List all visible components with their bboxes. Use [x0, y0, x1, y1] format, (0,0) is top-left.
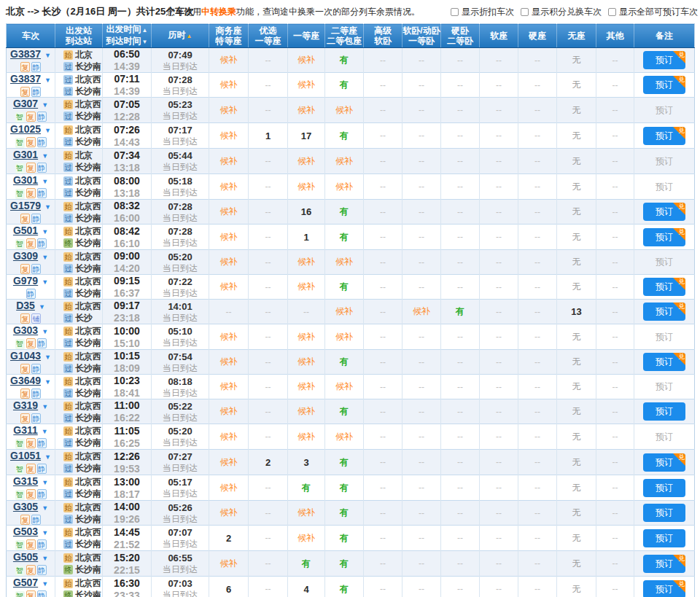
chevron-down-icon[interactable]: ▼	[44, 354, 51, 361]
hard-seat-cell: --	[518, 577, 557, 597]
train-badges: 智复静	[7, 438, 55, 449]
train-number-link[interactable]: G305	[13, 501, 38, 512]
book-button[interactable]: 预订	[643, 529, 685, 547]
premium-soft-sleeper-cell: --	[364, 324, 402, 350]
train-number-link[interactable]: G1043	[10, 350, 41, 362]
soft-seat-cell: --	[480, 577, 518, 597]
train-cell: G3837▼复静	[7, 73, 55, 98]
train-number-link[interactable]: G501	[13, 225, 38, 236]
chevron-down-icon[interactable]: ▼	[42, 328, 48, 335]
book-button[interactable]: 预订兑	[643, 76, 685, 94]
train-number-link[interactable]: G303	[13, 324, 38, 336]
train-number-link[interactable]: G301	[13, 149, 38, 160]
chevron-down-icon[interactable]: ▼	[44, 378, 51, 386]
train-cell: G307▼智复静	[7, 98, 55, 123]
chevron-down-icon[interactable]: ▼	[42, 580, 48, 588]
soft-seat-cell: --	[480, 526, 518, 551]
train-number-link[interactable]: G319	[13, 399, 38, 411]
book-button[interactable]: 预订兑	[643, 353, 685, 371]
train-row: G301▼智复静过北京西过长沙南08:0013:1805:18当日到达候补--候…	[7, 174, 695, 200]
chevron-down-icon[interactable]: ▼	[42, 555, 48, 562]
chevron-down-icon[interactable]: ▼	[44, 453, 51, 461]
checkbox-icon[interactable]	[608, 8, 616, 16]
sort-arrow-down-icon[interactable]: ▼	[142, 39, 148, 45]
train-number-link[interactable]: G1579	[10, 200, 41, 211]
chevron-down-icon[interactable]: ▼	[42, 479, 48, 486]
book-button[interactable]: 预订兑	[643, 303, 685, 321]
chevron-down-icon[interactable]: ▼	[42, 178, 48, 185]
arrival-time: 15:10	[103, 337, 151, 349]
soft-seat-cell: --	[480, 174, 518, 200]
chevron-down-icon[interactable]: ▼	[44, 203, 51, 211]
train-number-link[interactable]: D35	[16, 300, 35, 311]
start-station-icon: 始	[63, 302, 73, 311]
duration-value: 14:01	[152, 300, 209, 313]
pass-station-icon: 过	[63, 515, 73, 524]
chevron-down-icon[interactable]: ▼	[42, 254, 48, 261]
book-button[interactable]: 预订兑	[643, 127, 685, 145]
pass-station-icon: 过	[63, 338, 73, 348]
transfer-link[interactable]: 中转换乘	[201, 7, 236, 17]
premium-soft-sleeper-cell: --	[364, 174, 402, 200]
train-row: D35▼复铺始北京西过长沙09:1723:1814:01当日到达------候补…	[7, 300, 695, 324]
chevron-down-icon[interactable]: ▼	[42, 504, 48, 512]
station-name: 北京西	[75, 502, 101, 512]
column-header-4[interactable]: 历时▲	[152, 24, 209, 48]
departure-station: 始北京西	[55, 351, 102, 362]
sort-arrow-up-icon[interactable]: ▲	[187, 33, 192, 39]
chevron-down-icon[interactable]: ▼	[44, 77, 51, 84]
train-number-link[interactable]: G3837	[10, 73, 41, 85]
train-number-link[interactable]: G507	[13, 577, 38, 588]
checkbox-icon[interactable]	[521, 8, 529, 16]
book-button[interactable]: 预订兑	[643, 278, 685, 296]
chevron-down-icon[interactable]: ▼	[42, 101, 48, 109]
chevron-down-icon[interactable]: ▼	[44, 127, 51, 134]
book-button[interactable]: 预订	[643, 479, 685, 497]
chevron-down-icon[interactable]: ▼	[42, 403, 48, 410]
train-number-link[interactable]: G503	[13, 526, 38, 537]
chevron-down-icon[interactable]: ▼	[42, 278, 48, 286]
checkbox-icon[interactable]	[451, 8, 459, 16]
train-number-link[interactable]: G301	[13, 174, 38, 186]
book-button[interactable]: 预订兑	[643, 203, 685, 221]
filter-checkbox-1[interactable]: 显示折扣车次	[451, 6, 514, 18]
duration-cell: 05:20当日到达	[152, 424, 209, 450]
chevron-down-icon[interactable]: ▼	[39, 303, 45, 311]
train-number-link[interactable]: G3649	[10, 375, 41, 386]
book-button[interactable]: 预订	[643, 402, 685, 421]
soft-seat-cell: --	[480, 225, 518, 250]
chevron-down-icon[interactable]: ▼	[42, 152, 48, 160]
book-button[interactable]: 预订兑	[643, 228, 685, 246]
book-button[interactable]: 预订兑	[643, 51, 685, 69]
train-number-link[interactable]: G3837	[10, 48, 41, 60]
remark-cell: 预订	[634, 149, 695, 174]
duration-value: 07:54	[152, 351, 209, 363]
book-button[interactable]: 预订兑	[643, 580, 685, 597]
train-number-link[interactable]: G505	[13, 551, 38, 563]
filter-checkbox-2[interactable]: 显示积分兑换车次	[521, 6, 602, 18]
train-number-link[interactable]: G1051	[10, 450, 41, 461]
chevron-down-icon[interactable]: ▼	[44, 52, 51, 59]
book-button[interactable]: 预订	[643, 504, 685, 522]
sort-arrow-up-icon[interactable]: ▲	[142, 27, 148, 34]
preferred-first-seat-cell: --	[249, 48, 288, 73]
filter-checkbox-3[interactable]: 显示全部可预订车次	[608, 6, 698, 18]
train-number-link[interactable]: G315	[13, 475, 38, 487]
soft-sleeper-cell: --	[402, 375, 441, 399]
chevron-down-icon[interactable]: ▼	[42, 428, 48, 435]
train-number-link[interactable]: G307	[13, 98, 38, 109]
train-number-link[interactable]: G309	[13, 250, 38, 262]
soft-sleeper-cell: 候补	[402, 300, 441, 324]
time-cell: 08:4216:10	[103, 225, 152, 250]
train-number-link[interactable]: G979	[13, 275, 38, 286]
train-number-link[interactable]: G1025	[10, 123, 41, 135]
column-header-3[interactable]: 出发时间▲到达时间▼	[103, 24, 152, 48]
hard-sleeper-cell: 有	[441, 300, 480, 324]
column-header-11: 硬卧二等卧	[441, 24, 480, 48]
book-button[interactable]: 预订兑	[643, 555, 685, 573]
book-button[interactable]: 预订兑	[643, 453, 685, 472]
train-number-link[interactable]: G311	[13, 424, 37, 436]
header-label: 二等座	[325, 26, 363, 36]
chevron-down-icon[interactable]: ▼	[42, 228, 48, 235]
chevron-down-icon[interactable]: ▼	[42, 529, 48, 536]
